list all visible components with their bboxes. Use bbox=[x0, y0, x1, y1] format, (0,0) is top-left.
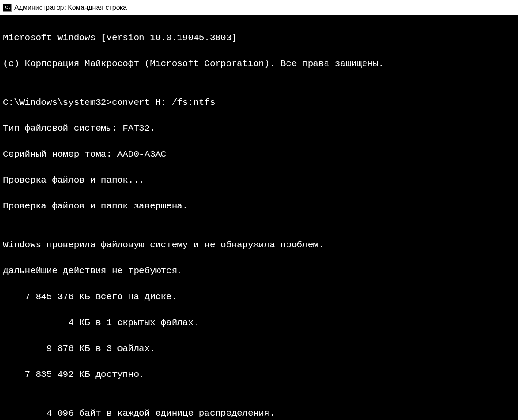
titlebar[interactable]: C:\ Администратор: Командная строка bbox=[0, 0, 518, 15]
terminal-line: C:\Windows\system32>convert H: /fs:ntfs bbox=[3, 96, 515, 109]
terminal-line: 4 КБ в 1 скрытых файлах. bbox=[3, 316, 515, 329]
terminal-line: Тип файловой системы: FAT32. bbox=[3, 122, 515, 135]
window-title: Администратор: Командная строка bbox=[14, 4, 127, 12]
cmd-window: C:\ Администратор: Командная строка Micr… bbox=[0, 0, 518, 420]
terminal-line: (c) Корпорация Майкрософт (Microsoft Cor… bbox=[3, 57, 515, 70]
terminal-line: Windows проверила файловую систему и не … bbox=[3, 239, 515, 252]
terminal-line: Проверка файлов и папок... bbox=[3, 174, 515, 187]
terminal-line: 9 876 КБ в 3 файлах. bbox=[3, 342, 515, 355]
terminal-line: Дальнейшие действия не требуются. bbox=[3, 265, 515, 278]
terminal-line: Проверка файлов и папок завершена. bbox=[3, 200, 515, 213]
terminal-output[interactable]: Microsoft Windows [Version 10.0.19045.38… bbox=[0, 15, 518, 420]
terminal-line: 7 845 376 КБ всего на диске. bbox=[3, 291, 515, 303]
terminal-line: 4 096 байт в каждой единице распределени… bbox=[3, 407, 515, 420]
terminal-line: Microsoft Windows [Version 10.0.19045.38… bbox=[3, 32, 515, 44]
cmd-icon: C:\ bbox=[3, 4, 12, 12]
terminal-line: Серийный номер тома: AAD0-A3AC bbox=[3, 148, 515, 161]
terminal-line: 7 835 492 КБ доступно. bbox=[3, 368, 515, 381]
